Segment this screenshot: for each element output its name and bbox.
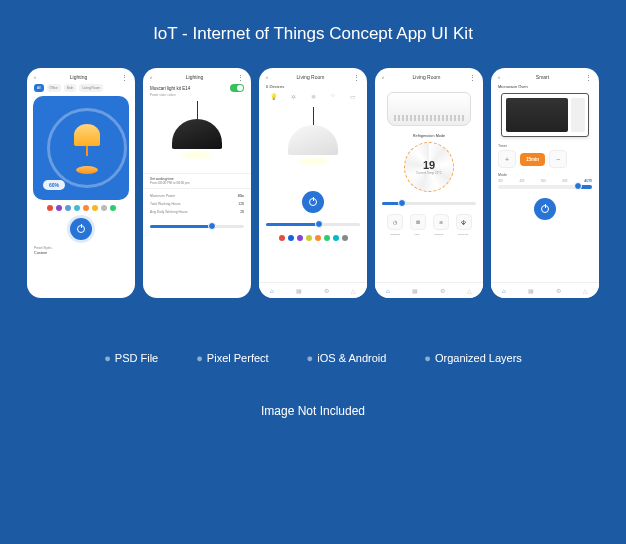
temperature-value: 19 — [416, 159, 442, 171]
fan-icon[interactable]: ✲ — [288, 91, 298, 101]
nav-gear-icon[interactable]: ⚙ — [440, 287, 445, 294]
back-icon[interactable]: ‹ — [266, 74, 268, 80]
power-button[interactable] — [302, 191, 324, 213]
back-icon[interactable]: ‹ — [498, 74, 500, 80]
more-icon[interactable]: ⋮ — [237, 76, 244, 79]
nav-gear-icon[interactable]: ⚙ — [324, 287, 329, 294]
nav-user-icon[interactable]: △ — [583, 287, 588, 294]
timer-plus-button[interactable]: + — [498, 150, 516, 168]
current-temp-label: Current Temp 22°C — [416, 171, 442, 175]
feature-pixel: Pixel Perfect — [207, 352, 269, 364]
swatch-red[interactable] — [279, 235, 285, 241]
lamp-illustration — [71, 124, 103, 164]
power-icon — [309, 198, 317, 206]
features-list: ●PSD File ●Pixel Perfect ●iOS & Android … — [104, 352, 522, 364]
swatch-teal[interactable] — [74, 205, 80, 211]
back-icon[interactable]: ‹ — [382, 74, 384, 80]
filter-living[interactable]: Living Room — [79, 84, 103, 92]
mode-slider[interactable] — [498, 185, 592, 189]
more-icon[interactable]: ⋮ — [353, 76, 360, 79]
nav-grid-icon[interactable]: ▦ — [296, 287, 302, 294]
slider-thumb[interactable] — [398, 199, 406, 207]
brightness-slider[interactable] — [150, 225, 244, 228]
swatch-orange[interactable] — [315, 235, 321, 241]
nav-gear-icon[interactable]: ⚙ — [556, 287, 561, 294]
temperature-dial[interactable]: 19 Current Temp 22°C — [404, 142, 454, 192]
swatch-blue[interactable] — [288, 235, 294, 241]
mode-auto[interactable]: AUTO — [584, 179, 592, 183]
power-button[interactable] — [70, 218, 92, 240]
screen5-title: Smart — [536, 74, 549, 80]
schedule-value[interactable]: From 08:00 PM to 08:00 pm — [150, 181, 244, 185]
nav-user-icon[interactable]: △ — [351, 287, 356, 294]
mode-800[interactable]: 800 — [563, 179, 568, 183]
timer-label: Timer — [491, 140, 599, 150]
device-name: Muscari light kit E14 — [150, 86, 190, 91]
swatch-green[interactable] — [324, 235, 330, 241]
brightness-slider[interactable] — [266, 223, 360, 226]
row-total-hours-label: Total Working Hours — [150, 202, 180, 206]
timer-value: 15min — [520, 153, 545, 166]
timer-minus-button[interactable]: − — [549, 150, 567, 168]
nav-home-icon[interactable]: ⌂ — [386, 288, 390, 294]
wifi-icon[interactable]: ⌔ — [328, 91, 338, 101]
power-toggle[interactable] — [230, 84, 244, 92]
back-icon[interactable]: ‹ — [34, 74, 36, 80]
screen1-title: Lighting — [70, 74, 88, 80]
clock-icon: ◷ — [393, 219, 397, 225]
brightness-dial[interactable]: 60% — [33, 96, 129, 200]
nav-home-icon[interactable]: ⌂ — [502, 288, 506, 294]
temp-slider[interactable] — [382, 202, 476, 205]
snow-icon[interactable]: ❄ — [308, 91, 318, 101]
schedule-button[interactable]: ◷ — [387, 214, 403, 230]
preset-value[interactable]: Custom — [34, 251, 128, 255]
bulb-icon[interactable]: 💡 — [268, 91, 278, 101]
power-button[interactable] — [534, 198, 556, 220]
poweroff-button[interactable]: ⏻ — [456, 214, 472, 230]
swatch-blue[interactable] — [65, 205, 71, 211]
swatch-red[interactable] — [47, 205, 53, 211]
cast-icon[interactable]: ▭ — [348, 91, 358, 101]
filter-bath[interactable]: Bath — [64, 84, 77, 92]
swatch-amber[interactable] — [92, 205, 98, 211]
swatch-purple[interactable] — [297, 235, 303, 241]
mode-200[interactable]: 200 — [498, 179, 503, 183]
nav-grid-icon[interactable]: ▦ — [412, 287, 418, 294]
filter-all[interactable]: All — [34, 84, 44, 92]
slider-thumb[interactable] — [315, 220, 323, 228]
mode-400[interactable]: 400 — [520, 179, 525, 183]
filter-office[interactable]: Office — [47, 84, 61, 92]
screen4-title: Living Room — [413, 74, 441, 80]
screen3-title: Living Room — [297, 74, 325, 80]
more-icon[interactable]: ⋮ — [121, 76, 128, 79]
swatch-cyan[interactable] — [333, 235, 339, 241]
mode-label: Refrigeration Mode — [375, 132, 483, 138]
bullet-icon: ● — [307, 352, 314, 364]
more-icon[interactable]: ⋮ — [585, 76, 592, 79]
pendant-lamp-illustration — [288, 107, 338, 167]
bullet-icon: ● — [104, 352, 111, 364]
row-avg-hours-value: 20 — [240, 210, 244, 214]
swatch-purple[interactable] — [56, 205, 62, 211]
slider-thumb[interactable] — [208, 222, 216, 230]
lock-button[interactable]: ⊠ — [410, 214, 426, 230]
swatch-grey[interactable] — [342, 235, 348, 241]
feature-platforms: iOS & Android — [317, 352, 386, 364]
screen-device-detail: ‹ Lighting ⋮ Muscari light kit E14 Power… — [143, 68, 251, 298]
swatch-yellow[interactable] — [306, 235, 312, 241]
bottom-nav: ⌂ ▦ ⚙ △ — [375, 282, 483, 298]
more-icon[interactable]: ⋮ — [469, 76, 476, 79]
back-icon[interactable]: ‹ — [150, 74, 152, 80]
cleaning-button[interactable]: ≋ — [433, 214, 449, 230]
swatch-orange[interactable] — [83, 205, 89, 211]
nav-user-icon[interactable]: △ — [467, 287, 472, 294]
preset-label: Preset Styles — [34, 246, 128, 250]
slider-thumb[interactable] — [574, 182, 582, 190]
poweroff-label: Power off — [458, 233, 468, 236]
nav-home-icon[interactable]: ⌂ — [270, 288, 274, 294]
cleaning-label: Cleaning — [434, 233, 443, 236]
swatch-green[interactable] — [110, 205, 116, 211]
nav-grid-icon[interactable]: ▦ — [528, 287, 534, 294]
swatch-grey[interactable] — [101, 205, 107, 211]
mode-600[interactable]: 600 — [541, 179, 546, 183]
